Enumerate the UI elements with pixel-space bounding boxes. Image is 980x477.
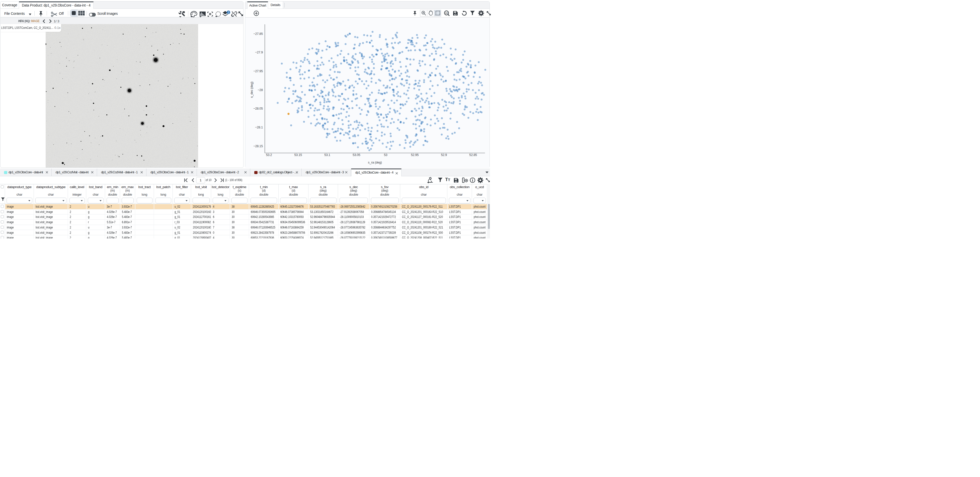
svg-text:53.1: 53.1 — [324, 153, 330, 157]
svg-text:52.9: 52.9 — [441, 153, 447, 157]
svg-text:s_ra (deg): s_ra (deg) — [368, 161, 382, 164]
svg-text:−28.15: −28.15 — [253, 144, 263, 148]
svg-text:53: 53 — [384, 153, 387, 157]
svg-text:−28.05: −28.05 — [253, 107, 263, 110]
svg-text:53.05: 53.05 — [353, 153, 360, 157]
svg-text:1X: 1X — [445, 12, 448, 14]
svg-text:52.85: 52.85 — [469, 153, 477, 157]
svg-text:2: 2 — [228, 11, 229, 14]
svg-text:s_dec (deg): s_dec (deg) — [250, 82, 253, 98]
svg-text:−27.85: −27.85 — [253, 32, 263, 36]
svg-text:52.95: 52.95 — [411, 153, 419, 157]
svg-text:−27.9: −27.9 — [255, 51, 263, 54]
svg-text:53.2: 53.2 — [266, 153, 272, 157]
svg-text:−28.1: −28.1 — [255, 126, 263, 129]
svg-text:−28: −28 — [258, 88, 263, 92]
svg-text:53.15: 53.15 — [294, 153, 302, 157]
svg-text:−27.95: −27.95 — [253, 69, 263, 73]
